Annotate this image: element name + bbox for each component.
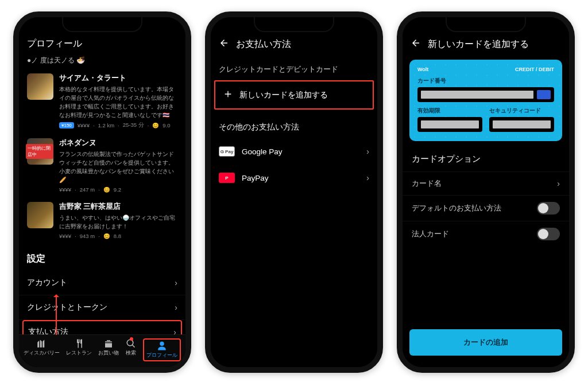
opt-card-name[interactable]: カード名 › <box>403 171 569 195</box>
card-options-header: カードオプション <box>403 149 569 171</box>
truncated-row-title: ●ノ 度は天ノる 🍜 <box>19 56 185 69</box>
restaurant-item[interactable]: 一時的に閉店中 ボネダンヌ フランスの伝統製法で作ったバゲットサンドウィッチなど… <box>19 134 185 197</box>
back-button[interactable] <box>411 38 421 50</box>
screen-profile: プロフィール ●ノ 度は天ノる 🍜 サイアム・タラート 本格的なタイ料理を提供し… <box>19 17 185 367</box>
annotation-arrow <box>56 295 57 335</box>
rating: 9.2 <box>114 186 121 193</box>
distance: 1.2 km <box>98 122 115 128</box>
shopping-icon <box>103 338 114 349</box>
restaurant-thumb: 一時的に閉店中 <box>27 138 53 165</box>
opt-label: 法人カード <box>412 229 449 239</box>
settings-header: 設定 <box>19 244 185 271</box>
card-input-panel: Wolt CREDIT / DEBIT カード番号 有効期限 セキュリティコード <box>409 60 562 141</box>
paypay-icon: P <box>219 173 235 183</box>
section-other-header: その他のお支払い方法 <box>211 110 377 138</box>
delivery-time: 25-35 分 <box>123 122 144 129</box>
chevron-right-icon: › <box>366 147 369 156</box>
arrow-left-icon <box>411 38 421 48</box>
card-type: CREDIT / DEBIT <box>515 67 554 72</box>
opt-label: カード名 <box>412 178 442 189</box>
restaurant-thumb <box>27 202 53 228</box>
opt-corporate-card: 法人カード <box>403 221 569 247</box>
add-card-button[interactable]: カードの追加 <box>409 329 562 356</box>
card-number-input[interactable] <box>417 87 554 102</box>
phone-notch <box>254 17 334 32</box>
tab-label: 検索 <box>126 350 136 357</box>
opt-default-payment: デフォルトのお支払い方法 <box>403 195 569 221</box>
restaurant-item[interactable]: 吉野家 三軒茶屋店 うまい、やすい、はやい🍚オフィスやご自宅に吉野家をお届けしま… <box>19 197 185 244</box>
masked-value <box>421 120 479 128</box>
card-brand: Wolt <box>417 67 428 72</box>
profile-icon <box>156 341 168 351</box>
expiry-input[interactable] <box>417 117 482 132</box>
paypay-row[interactable]: P PayPay › <box>211 165 377 191</box>
closed-badge: 一時的に閉店中 <box>26 144 53 159</box>
price-range: ¥¥¥¥ <box>78 122 90 128</box>
card-number-label: カード番号 <box>417 77 554 85</box>
googlepay-label: Google Pay <box>242 147 283 156</box>
setting-label: アカウント <box>27 278 67 288</box>
arrow-left-icon <box>219 38 229 48</box>
masked-value <box>421 91 533 99</box>
tab-profile[interactable]: プロフィール <box>143 338 181 361</box>
setting-label: 支払い方法 <box>28 327 68 334</box>
screen-add-card: 新しいカードを追加する Wolt CREDIT / DEBIT カード番号 有効… <box>403 17 569 367</box>
googlepay-row[interactable]: G Pay Google Pay › <box>211 138 377 165</box>
paypay-label: PayPay <box>242 174 269 182</box>
restaurant-thumb <box>27 73 53 100</box>
page-title: プロフィール <box>27 38 82 50</box>
chevron-right-icon: › <box>366 173 369 182</box>
distance: 943 m <box>80 233 95 239</box>
price-range: ¥¥¥¥ <box>59 233 71 239</box>
toggle-corporate[interactable] <box>537 228 560 240</box>
page-title: 新しいカードを追加する <box>428 38 529 50</box>
back-button[interactable] <box>219 38 229 50</box>
restaurant-name: サイアム・タラート <box>59 73 177 83</box>
price-range: ¥¥¥¥ <box>59 186 71 193</box>
setting-account[interactable]: アカウント › <box>19 271 185 295</box>
restaurant-name: 吉野家 三軒茶屋店 <box>59 202 177 212</box>
chevron-right-icon: › <box>173 328 176 334</box>
phone-3-add-card: 新しいカードを追加する Wolt CREDIT / DEBIT カード番号 有効… <box>397 11 575 373</box>
restaurant-desc: うまい、やすい、はやい🍚オフィスやご自宅に吉野家をお届けします！ <box>59 213 177 231</box>
page-title: お支払い方法 <box>236 38 291 50</box>
tab-label: プロフィール <box>146 352 177 359</box>
tab-shopping[interactable]: お買い物 <box>98 338 119 361</box>
profile-body[interactable]: ●ノ 度は天ノる 🍜 サイアム・タラート 本格的なタイ料理を提供しています。本場… <box>19 56 185 334</box>
cvc-input[interactable] <box>489 117 554 132</box>
distance: 247 m <box>80 186 95 193</box>
setting-credit-tokens[interactable]: クレジットとトークン › <box>19 295 185 320</box>
restaurant-desc: 本格的なタイ料理を提供しています。本場タイの屋台で人気のガパオライスから伝統的な… <box>59 85 177 119</box>
restaurant-name: ボネダンヌ <box>59 138 177 148</box>
toggle-default[interactable] <box>537 202 560 215</box>
restaurant-icon <box>73 338 84 349</box>
setting-payment-method[interactable]: 支払い方法 › <box>22 320 182 334</box>
phone-1-profile: プロフィール ●ノ 度は天ノる 🍜 サイアム・タラート 本格的なタイ料理を提供し… <box>13 11 191 373</box>
tab-restaurant[interactable]: レストラン <box>66 338 92 361</box>
cvc-label: セキュリティコード <box>489 107 554 115</box>
smile-icon: 😊 <box>152 122 159 128</box>
smile-icon: 😊 <box>103 233 110 239</box>
restaurant-meta: ¥150 ¥¥¥¥· 1.2 km· 25-35 分· 😊 9.0 <box>59 122 177 129</box>
smile-icon: 😊 <box>103 186 110 193</box>
chevron-right-icon: › <box>557 179 560 188</box>
tab-label: お買い物 <box>98 350 119 357</box>
tab-label: ディスカバリー <box>24 350 60 357</box>
price-badge: ¥150 <box>59 122 74 128</box>
expiry-label: 有効期限 <box>417 107 482 115</box>
rating: 9.0 <box>163 122 170 128</box>
cta-label: カードの追加 <box>463 338 508 346</box>
tab-search[interactable]: 検索 <box>125 338 137 361</box>
setting-label: クレジットとトークン <box>27 302 107 313</box>
phone-notch <box>62 17 142 32</box>
add-card-row[interactable]: 新しいカードを追加する <box>214 80 374 110</box>
googlepay-icon: G Pay <box>219 146 235 157</box>
opt-label: デフォルトのお支払い方法 <box>412 203 501 213</box>
restaurant-item[interactable]: サイアム・タラート 本格的なタイ料理を提供しています。本場タイの屋台で人気のガパ… <box>19 69 185 134</box>
tab-bar: ディスカバリー レストラン お買い物 検索 プロフィール <box>19 334 185 367</box>
restaurant-meta: ¥¥¥¥· 943 m· 😊 8.8 <box>59 233 177 239</box>
phone-2-payment-methods: お支払い方法 クレジットカードとデビットカード 新しいカードを追加する その他の… <box>205 11 383 373</box>
chevron-right-icon: › <box>175 278 177 287</box>
rating: 8.8 <box>114 233 121 239</box>
tab-discovery[interactable]: ディスカバリー <box>24 338 60 361</box>
